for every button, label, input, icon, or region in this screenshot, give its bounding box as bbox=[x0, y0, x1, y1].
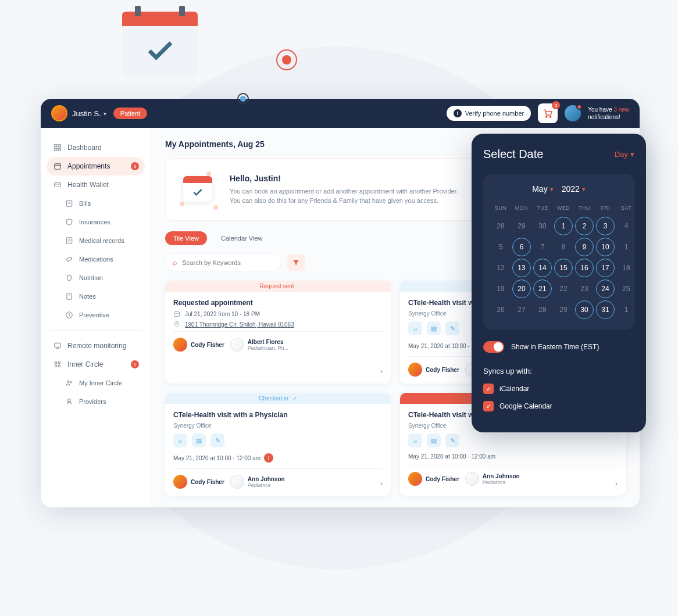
dashboard-icon bbox=[53, 144, 62, 152]
calendar-day[interactable]: 24 bbox=[596, 280, 615, 298]
edit-action[interactable]: ✎ bbox=[445, 321, 459, 335]
calendar-day[interactable]: 28 bbox=[533, 300, 552, 319]
document-action[interactable]: ▤ bbox=[192, 434, 206, 447]
chevron-down-icon[interactable]: ▾ bbox=[104, 110, 106, 117]
svg-point-19 bbox=[70, 382, 72, 383]
calendar-day[interactable]: 31 bbox=[596, 300, 615, 319]
calendar-day[interactable]: 5 bbox=[491, 238, 510, 256]
calendar-day[interactable]: 2 bbox=[575, 217, 594, 235]
circle-icon bbox=[53, 360, 62, 368]
calendar-day[interactable]: 20 bbox=[512, 280, 531, 298]
dot-decoration bbox=[237, 93, 249, 105]
filter-button[interactable] bbox=[287, 254, 305, 271]
appointment-card[interactable]: Checked-in ✓CTele-Health visit with a Ph… bbox=[165, 393, 391, 496]
calendar-day[interactable]: 14 bbox=[533, 259, 552, 277]
verify-phone-button[interactable]: ! Verify phone number bbox=[447, 106, 531, 121]
calendar-day[interactable]: 27 bbox=[512, 300, 531, 319]
nav-medications[interactable]: Medications bbox=[47, 250, 145, 268]
calendar-day[interactable]: 17 bbox=[596, 259, 615, 277]
person: Cody Fisher bbox=[173, 475, 224, 489]
sync-icalendar[interactable]: ✓iCalendar bbox=[483, 384, 634, 394]
topbar: Justin S. ▾ Patient ! Verify phone numbe… bbox=[41, 99, 640, 128]
calendar-day[interactable]: 1 bbox=[554, 217, 573, 235]
user-name[interactable]: Justin S. bbox=[72, 109, 101, 118]
calendar-day[interactable]: 18 bbox=[617, 259, 636, 277]
calendar-day[interactable]: 25 bbox=[617, 280, 636, 298]
calendar-day[interactable]: 21 bbox=[533, 280, 552, 298]
nav-my-inner-circle[interactable]: My Inner Circle bbox=[47, 374, 145, 392]
cart-button[interactable]: 2 bbox=[538, 103, 558, 123]
search-input[interactable] bbox=[182, 259, 274, 266]
calendar-day[interactable]: 23 bbox=[575, 280, 594, 298]
nav-notes[interactable]: Notes bbox=[47, 287, 145, 306]
user-avatar[interactable] bbox=[51, 105, 67, 121]
notif-avatar[interactable] bbox=[565, 105, 581, 121]
search-box[interactable]: ⌕ bbox=[165, 253, 281, 271]
view-mode-selector[interactable]: Day▾ bbox=[615, 150, 634, 159]
edit-action[interactable]: ✎ bbox=[210, 434, 224, 447]
nav-bills[interactable]: Bills bbox=[47, 194, 145, 213]
svg-point-18 bbox=[67, 381, 70, 383]
calendar-day[interactable]: 28 bbox=[491, 217, 510, 235]
calendar-day[interactable]: 26 bbox=[491, 300, 510, 319]
calendar-day[interactable]: 9 bbox=[575, 238, 594, 256]
calendar-day[interactable]: 30 bbox=[575, 300, 594, 319]
hello-title: Hello, Justin! bbox=[230, 174, 458, 183]
calendar-day[interactable]: 16 bbox=[575, 259, 594, 277]
calendar-day[interactable]: 6 bbox=[512, 238, 531, 256]
nav-appointments[interactable]: Appointments3 bbox=[47, 157, 145, 176]
chevron-right-icon[interactable]: › bbox=[615, 479, 618, 488]
calendar-day[interactable]: 10 bbox=[596, 238, 615, 256]
calendar-day[interactable]: 1 bbox=[617, 300, 636, 319]
nav-inner-circle[interactable]: Inner Circle1 bbox=[47, 355, 145, 374]
tab-tile-view[interactable]: Tile View bbox=[165, 231, 207, 245]
person-name: Cody Fisher bbox=[426, 476, 459, 482]
calendar-day-header: MON bbox=[512, 202, 531, 214]
nav-dashboard[interactable]: Dashboard bbox=[47, 138, 145, 157]
month-selector[interactable]: May▾ bbox=[532, 184, 553, 194]
nav-remote-monitoring[interactable]: Remote monitoring bbox=[47, 336, 145, 355]
year-selector[interactable]: 2022▾ bbox=[562, 184, 586, 194]
calendar-day[interactable]: 29 bbox=[554, 300, 573, 319]
calendar-day[interactable]: 8 bbox=[554, 238, 573, 256]
calendar-day[interactable]: 30 bbox=[533, 217, 552, 235]
nav-insurances[interactable]: Insurances bbox=[47, 213, 145, 231]
document-action[interactable]: ▤ bbox=[427, 321, 441, 335]
calendar-day[interactable]: 13 bbox=[512, 259, 531, 277]
search-action[interactable]: ⌕ bbox=[408, 434, 422, 447]
calendar-day[interactable]: 1 bbox=[617, 238, 636, 256]
chevron-right-icon[interactable]: › bbox=[380, 367, 383, 375]
edit-action[interactable]: ✎ bbox=[445, 434, 459, 447]
sync-google-calendar[interactable]: ✓Google Calendar bbox=[483, 401, 634, 411]
notif-dot-icon bbox=[576, 104, 582, 110]
avatar bbox=[408, 472, 422, 486]
calendar-day[interactable]: 19 bbox=[491, 280, 510, 298]
search-action[interactable]: ⌕ bbox=[408, 321, 422, 335]
person-name: Cody Fisher bbox=[426, 367, 459, 373]
appointments-badge: 3 bbox=[131, 162, 139, 170]
records-icon bbox=[65, 237, 73, 245]
search-action[interactable]: ⌕ bbox=[173, 434, 187, 447]
calendar-day[interactable]: 7 bbox=[533, 238, 552, 256]
address-link[interactable]: 1901 Thornridge Cir. Shiloh, Hawaii 8106… bbox=[185, 321, 294, 328]
card-title: Requested appointment bbox=[173, 299, 383, 307]
nav-nutrition[interactable]: Nutrition bbox=[47, 268, 145, 287]
calendar-day[interactable]: 12 bbox=[491, 259, 510, 277]
calendar-day[interactable]: 3 bbox=[596, 217, 615, 235]
document-action[interactable]: ▤ bbox=[427, 434, 441, 447]
nav-health-wallet[interactable]: Health Wallet bbox=[47, 176, 145, 194]
nav-providers[interactable]: Providers bbox=[47, 392, 145, 411]
calendar-day[interactable]: 4 bbox=[617, 217, 636, 235]
nav-preventive[interactable]: Preventive bbox=[47, 306, 145, 324]
nav-medical-records[interactable]: Medical records bbox=[47, 231, 145, 250]
chevron-down-icon: ▾ bbox=[630, 150, 634, 159]
chevron-right-icon[interactable]: › bbox=[380, 479, 383, 488]
svg-rect-2 bbox=[55, 145, 57, 147]
tab-calendar-view[interactable]: Calendar View bbox=[213, 231, 270, 245]
notif-text[interactable]: You have 3 new notifications! bbox=[588, 106, 629, 121]
calendar-day[interactable]: 22 bbox=[554, 280, 573, 298]
calendar-day[interactable]: 29 bbox=[512, 217, 531, 235]
appointment-card[interactable]: Request sent Requested appointmentJul 21… bbox=[165, 281, 391, 384]
calendar-day[interactable]: 15 bbox=[554, 259, 573, 277]
timezone-toggle[interactable] bbox=[483, 341, 504, 353]
